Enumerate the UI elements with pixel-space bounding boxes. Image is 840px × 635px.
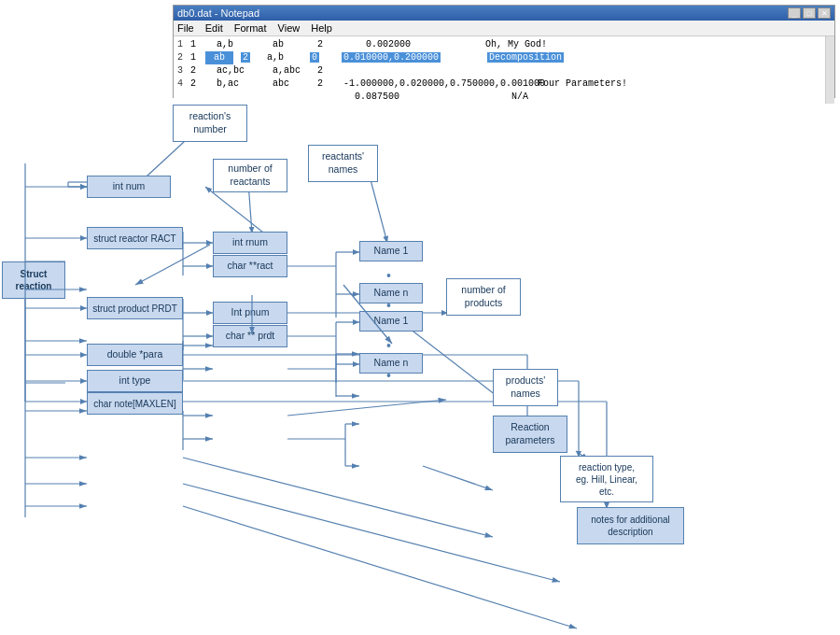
reaction-type-box: reaction type, eg. Hill, Linear, etc.: [560, 456, 653, 502]
diagram-svg: [0, 0, 840, 532]
name1-ract-box: Name 1: [359, 241, 423, 261]
notes-desc-box: notes for additional description: [577, 507, 684, 544]
name1-prdt-box: Name 1: [359, 311, 423, 332]
reaction-parameters-box: Reaction parameters: [493, 416, 567, 453]
struct-product-box: struct product PRDT: [87, 297, 183, 319]
number-of-products-label: number of products: [446, 278, 521, 316]
struct-reactor-box: struct reactor RACT: [87, 227, 183, 249]
char-note-box: char note[MAXLEN]: [87, 392, 183, 415]
double-para-box: double *para: [87, 344, 183, 366]
int-pnum-box: Int pnum: [213, 302, 287, 324]
char-prdt-box: char ** prdt: [213, 325, 287, 347]
products-names-label: products' names: [493, 369, 558, 406]
struct-reaction-box: Struct reaction: [2, 261, 65, 299]
int-rnum-box: int rnum: [213, 232, 287, 254]
int-num-box: int num: [87, 176, 171, 198]
int-type-box: int type: [87, 370, 183, 392]
namen-prdt-box: Name n: [359, 353, 423, 374]
char-ract-box: char **ract: [213, 255, 287, 277]
namen-ract-box: Name n: [359, 283, 423, 303]
reactants-names-label: reactants' names: [308, 145, 378, 182]
number-of-reactants-label: number of reactants: [213, 159, 287, 192]
reactions-number-label: reaction's number: [173, 105, 247, 142]
svg-line-28: [369, 173, 387, 243]
